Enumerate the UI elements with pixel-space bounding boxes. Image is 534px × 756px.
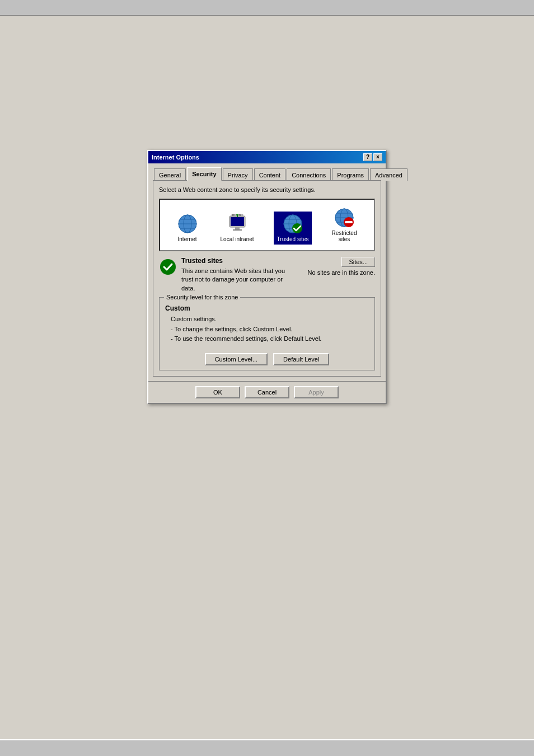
sites-btn-area: Sites... No sites are in this zone. xyxy=(308,257,375,293)
tabs-row: General Security Privacy Content Connect… xyxy=(153,167,381,180)
trusted-desc-line1: This zone contains Web sites that you xyxy=(181,267,285,274)
trusted-sites-icon xyxy=(283,214,303,234)
close-button[interactable]: × xyxy=(373,153,382,161)
default-level-button[interactable]: Default Level xyxy=(273,353,329,365)
tab-connections[interactable]: Connections xyxy=(287,168,331,181)
taskbar-bottom xyxy=(0,739,534,756)
ok-button[interactable]: OK xyxy=(195,386,240,398)
trusted-sites-label: Trusted sites xyxy=(277,236,309,242)
tab-advanced[interactable]: Advanced xyxy=(370,168,407,181)
custom-settings-line1: Custom settings. xyxy=(171,314,369,325)
zone-local-intranet[interactable]: PC PC Local intranet xyxy=(217,212,257,245)
security-level-box: Security level for this zone Custom Cust… xyxy=(159,297,375,370)
desktop: Internet Options ? × General Security Pr… xyxy=(0,16,534,739)
dialog-content: General Security Privacy Content Connect… xyxy=(148,163,386,381)
trusted-large-icon xyxy=(159,258,177,276)
help-button[interactable]: ? xyxy=(363,153,372,161)
svg-rect-9 xyxy=(233,229,242,231)
tab-programs[interactable]: Programs xyxy=(332,168,369,181)
dialog-footer: OK Cancel Apply xyxy=(148,381,386,403)
apply-button[interactable]: Apply xyxy=(294,386,339,398)
restricted-sites-icon xyxy=(334,208,354,228)
security-level-legend: Security level for this zone xyxy=(164,294,240,300)
custom-level-button[interactable]: Custom Level... xyxy=(205,353,268,365)
taskbar-top xyxy=(0,0,534,16)
local-intranet-icon: PC PC xyxy=(227,214,247,234)
tab-general[interactable]: General xyxy=(154,168,186,181)
security-buttons: Custom Level... Default Level xyxy=(165,353,369,365)
svg-rect-7 xyxy=(231,217,244,226)
trusted-description: This zone contains Web sites that you tr… xyxy=(181,267,303,293)
sites-button[interactable]: Sites... xyxy=(341,257,375,267)
custom-settings-line3: - To use the recommended settings, click… xyxy=(171,334,369,344)
cancel-button[interactable]: Cancel xyxy=(245,386,289,398)
trusted-title: Trusted sites xyxy=(181,257,303,265)
titlebar-buttons: ? × xyxy=(363,153,382,161)
trusted-text-area: Trusted sites This zone contains Web sit… xyxy=(181,257,303,293)
dialog-title: Internet Options xyxy=(152,154,199,161)
svg-rect-8 xyxy=(235,227,240,229)
zone-restricted-sites[interactable]: Restrictedsites xyxy=(328,205,360,245)
custom-title: Custom xyxy=(165,304,369,312)
tab-security[interactable]: Security xyxy=(187,167,221,181)
tab-content[interactable]: Content xyxy=(254,168,286,181)
custom-desc: Custom settings. - To change the setting… xyxy=(171,314,369,344)
zone-trusted-sites[interactable]: Trusted sites xyxy=(274,212,312,245)
zone-instruction: Select a Web content zone to specify its… xyxy=(159,186,375,193)
trusted-desc-line3: data. xyxy=(181,285,195,292)
no-sites-text: No sites are in this zone. xyxy=(308,269,375,276)
svg-rect-31 xyxy=(345,221,353,223)
tab-privacy[interactable]: Privacy xyxy=(223,168,253,181)
security-tab-panel: Select a Web content zone to specify its… xyxy=(153,180,381,377)
dialog-titlebar: Internet Options ? × xyxy=(148,151,386,163)
restricted-sites-label: Restrictedsites xyxy=(331,230,357,242)
svg-point-32 xyxy=(160,259,176,275)
local-intranet-label: Local intranet xyxy=(221,236,254,242)
internet-options-dialog: Internet Options ? × General Security Pr… xyxy=(147,150,387,404)
internet-icon xyxy=(177,214,198,234)
zones-container: Internet xyxy=(159,199,375,251)
trusted-info-area: Trusted sites This zone contains Web sit… xyxy=(159,257,375,293)
custom-settings-line2: - To change the settings, click Custom L… xyxy=(171,325,369,335)
internet-label: Internet xyxy=(178,236,197,242)
trusted-desc-line2: trust not to damage your computer or xyxy=(181,276,283,283)
zone-internet[interactable]: Internet xyxy=(174,212,201,245)
